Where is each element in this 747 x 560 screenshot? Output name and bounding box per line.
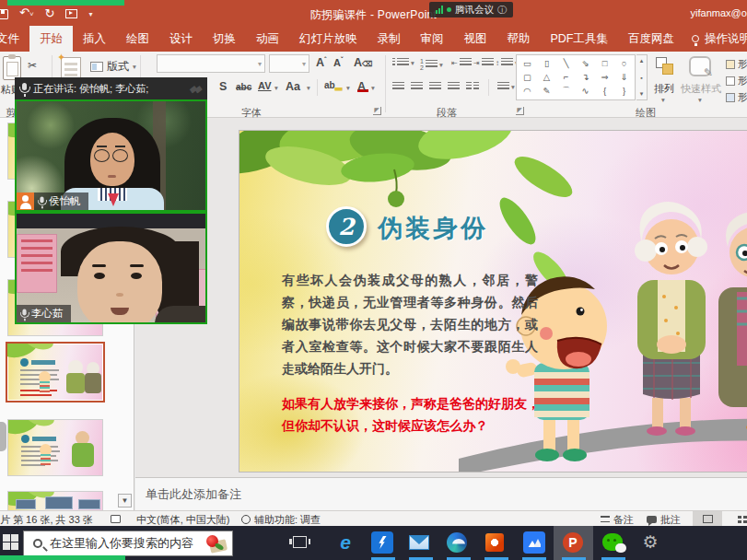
tab-record[interactable]: 录制: [368, 26, 411, 52]
tab-transitions[interactable]: 切换: [203, 26, 246, 52]
start-button[interactable]: [3, 534, 18, 550]
character-spacing-caret[interactable]: ▾: [274, 84, 278, 92]
shape-fill-button[interactable]: 形: [726, 57, 747, 71]
align-left-button[interactable]: [392, 82, 404, 91]
thunder-icon[interactable]: [371, 531, 393, 554]
highlight-button[interactable]: ab▂: [324, 80, 342, 90]
change-case-caret[interactable]: ▾: [307, 84, 310, 92]
participant-video-2[interactable]: 李心茹: [15, 212, 207, 324]
columns-button[interactable]: [466, 82, 479, 91]
font-size-combobox[interactable]: ▾: [269, 54, 309, 73]
layout-button[interactable]: 版式 ▾: [90, 59, 136, 75]
highlight-caret[interactable]: ▾: [346, 84, 350, 92]
mail-icon[interactable]: [409, 531, 431, 554]
columns2-button[interactable]: ▾: [497, 82, 515, 91]
shape-outline-button[interactable]: 形: [726, 74, 747, 88]
participant-video-1[interactable]: 侯怡帆: [15, 99, 207, 212]
tell-me-label: 操作说明搜索: [705, 31, 747, 47]
shapes-gallery-scroll[interactable]: ▴▪▾: [636, 54, 648, 100]
text-shadow-button[interactable]: S: [219, 80, 227, 93]
tab-design[interactable]: 设计: [159, 26, 203, 52]
spellcheck-icon[interactable]: [111, 513, 124, 524]
shape-effects-button[interactable]: 形: [726, 90, 747, 104]
font-dialog-launcher[interactable]: ◢: [373, 107, 381, 115]
numbering-button[interactable]: 12▾: [420, 58, 443, 71]
arrange-caret[interactable]: ▾: [661, 96, 665, 104]
strikethrough-button[interactable]: abc: [236, 82, 251, 92]
wechat-icon[interactable]: [602, 531, 624, 554]
paragraph-dialog-launcher[interactable]: ◢: [516, 107, 524, 115]
meeting-overlay[interactable]: 正在讲话: 侯怡帆; 李心茹; ◆◆ 侯怡帆 李心茹: [15, 77, 207, 324]
shapes-gallery[interactable]: ▭▯╲⇘□○ ▢△⌐↴⇒⇓ ◠✎⌒∿{}: [516, 54, 636, 100]
slide-canvas[interactable]: 2 伪装身份 有些坏人会伪装成父母的熟人，邻居，警察，快递员，无业管理者等多种身…: [239, 130, 747, 472]
shrink-font-button[interactable]: Aˇ: [333, 56, 343, 68]
tab-insert[interactable]: 插入: [73, 26, 116, 52]
tab-animations[interactable]: 动画: [246, 26, 289, 52]
change-case-button[interactable]: Aa: [286, 80, 300, 93]
notes-icon: [601, 516, 610, 522]
grow-font-button[interactable]: Aˆ: [316, 56, 326, 69]
panel-drag-handle[interactable]: [0, 422, 6, 451]
normal-view-button[interactable]: [693, 511, 722, 527]
character-spacing-button[interactable]: AV: [258, 80, 271, 91]
accessibility-status[interactable]: 辅助功能: 调查: [241, 513, 321, 527]
tab-slideshow[interactable]: 幻灯片放映: [289, 26, 368, 52]
slide-title[interactable]: 伪装身份: [378, 212, 488, 245]
layout-label: 版式: [107, 59, 129, 75]
microphone-icon: [22, 309, 26, 315]
arrange-label[interactable]: 排列: [654, 82, 674, 96]
quick-styles-icon[interactable]: [689, 56, 711, 76]
scroll-down-button[interactable]: ▼: [118, 494, 132, 508]
tab-help[interactable]: 帮助: [497, 26, 541, 52]
person-icon: [17, 192, 34, 210]
align-center-button[interactable]: [411, 82, 423, 91]
font-color-button[interactable]: A: [357, 80, 368, 92]
tencent-docs-icon[interactable]: [523, 531, 545, 554]
cut-icon[interactable]: ✂: [28, 59, 37, 72]
notes-toggle[interactable]: 备注: [601, 513, 634, 527]
decrease-indent-button[interactable]: ⇤: [451, 58, 472, 67]
increase-indent-button[interactable]: ⇥: [473, 58, 494, 67]
align-right-button[interactable]: [429, 82, 441, 91]
slide-number-badge[interactable]: 2: [326, 206, 367, 247]
tab-pdf-tools[interactable]: PDF工具集: [541, 26, 619, 52]
arrange-icon[interactable]: [656, 57, 674, 76]
notes-pane[interactable]: 单击此处添加备注: [135, 477, 747, 510]
slide-question-text[interactable]: 如果有人放学来接你，声称是爸爸的好朋友，但你却不认识，这时候应该怎么办？: [282, 392, 547, 437]
tab-home[interactable]: 开始: [29, 26, 73, 52]
office-icon[interactable]: [485, 533, 508, 555]
meeting-speaking-banner: 正在讲话: 侯怡帆; 李心茹; ◆◆: [15, 77, 207, 99]
tab-view[interactable]: 视图: [454, 26, 497, 52]
quick-styles-caret[interactable]: ▾: [698, 96, 702, 104]
slide-sorter-view-button[interactable]: [728, 511, 747, 527]
clear-formatting-button[interactable]: A⌫: [354, 56, 372, 69]
taskbar-search[interactable]: 在这里输入你要搜索的内容: [23, 531, 233, 556]
comments-toggle[interactable]: 批注: [647, 513, 681, 527]
tab-file[interactable]: 文件: [0, 26, 29, 52]
account-name[interactable]: yifanmax@ou: [691, 7, 747, 18]
meeting-pill[interactable]: 腾讯会议 ⓘ: [429, 2, 513, 18]
tab-draw[interactable]: 绘图: [116, 26, 159, 52]
powerpoint-icon[interactable]: P: [563, 532, 585, 554]
tab-baidu-netdisk[interactable]: 百度网盘: [618, 26, 684, 52]
ie-icon[interactable]: e: [334, 531, 356, 554]
settings-gear-icon[interactable]: ⚙: [639, 531, 661, 554]
slide-counter: 幻灯片 第 16 张, 共 33 张: [0, 513, 93, 527]
search-placeholder: 在这里输入你要搜索的内容: [50, 535, 193, 552]
quick-styles-label[interactable]: 快速样式: [681, 82, 721, 96]
tab-review[interactable]: 审阅: [411, 26, 454, 52]
font-color-caret[interactable]: ▾: [371, 84, 375, 92]
bullets-button[interactable]: ▾: [392, 58, 414, 67]
font-name-combobox[interactable]: ▾: [157, 54, 265, 73]
task-view-icon[interactable]: [293, 536, 307, 548]
thumbnail-slide-16-selected[interactable]: [6, 342, 105, 402]
edge-icon[interactable]: [447, 532, 469, 554]
layout-icon: [90, 62, 103, 72]
screenshare-border-bottom: [0, 555, 125, 560]
language-status[interactable]: 中文(简体, 中国大陆): [136, 513, 229, 527]
tell-me-search[interactable]: 操作说明搜索: [684, 26, 747, 52]
thumbnail-slide-17[interactable]: [7, 419, 103, 476]
slide-body-text[interactable]: 有些坏人会伪装成父母的熟人，邻居，警察，快递员，无业管理者等多种身份。然后编故事…: [282, 269, 538, 379]
info-icon[interactable]: ⓘ: [497, 4, 507, 17]
justify-button[interactable]: [448, 82, 460, 91]
